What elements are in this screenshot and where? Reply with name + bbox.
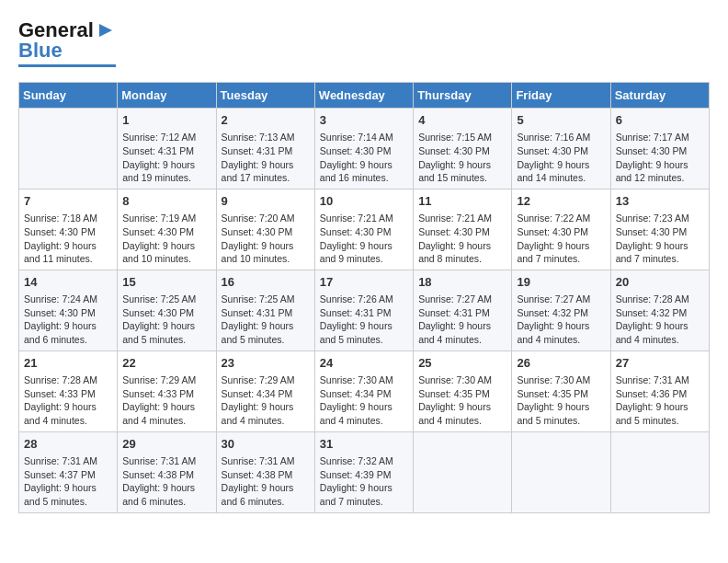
daylight-label: Daylight: 9 hours and 12 minutes.: [616, 159, 688, 184]
sunrise-label: Sunrise: 7:31 AM: [24, 455, 97, 466]
calendar-cell: 21Sunrise: 7:28 AMSunset: 4:33 PMDayligh…: [19, 350, 118, 431]
cell-info: Sunrise: 7:24 AMSunset: 4:30 PMDaylight:…: [24, 293, 112, 347]
sunset-label: Sunset: 4:34 PM: [320, 388, 392, 399]
date-number: 6: [616, 112, 704, 129]
cell-info: Sunrise: 7:30 AMSunset: 4:35 PMDaylight:…: [418, 373, 506, 428]
calendar-cell: 11Sunrise: 7:21 AMSunset: 4:30 PMDayligh…: [414, 189, 512, 270]
daylight-label: Daylight: 9 hours and 14 minutes.: [517, 159, 589, 184]
daylight-label: Daylight: 9 hours and 8 minutes.: [418, 240, 491, 265]
calendar-cell: 24Sunrise: 7:30 AMSunset: 4:34 PMDayligh…: [314, 350, 413, 431]
sunset-label: Sunset: 4:31 PM: [222, 307, 293, 318]
daylight-label: Daylight: 9 hours and 19 minutes.: [122, 159, 195, 184]
cell-info: Sunrise: 7:27 AMSunset: 4:32 PMDaylight:…: [517, 293, 605, 347]
calendar-cell: 12Sunrise: 7:22 AMSunset: 4:30 PMDayligh…: [512, 189, 610, 270]
cell-info: Sunrise: 7:21 AMSunset: 4:30 PMDaylight:…: [320, 212, 408, 266]
page-header: General Blue: [18, 18, 710, 67]
svg-marker-0: [99, 24, 112, 37]
cell-info: Sunrise: 7:16 AMSunset: 4:30 PMDaylight:…: [517, 131, 605, 185]
sunrise-label: Sunrise: 7:12 AM: [122, 132, 196, 143]
cell-info: Sunrise: 7:13 AMSunset: 4:31 PMDaylight:…: [222, 131, 310, 185]
daylight-label: Daylight: 9 hours and 6 minutes.: [24, 320, 97, 345]
calendar-table: SundayMondayTuesdayWednesdayThursdayFrid…: [18, 82, 710, 513]
cell-info: Sunrise: 7:12 AMSunset: 4:31 PMDaylight:…: [122, 131, 210, 185]
calendar-cell: 15Sunrise: 7:25 AMSunset: 4:30 PMDayligh…: [118, 270, 216, 350]
sunrise-label: Sunrise: 7:28 AM: [24, 374, 97, 385]
date-number: 29: [122, 436, 210, 453]
date-number: 3: [320, 112, 408, 129]
day-header-sunday: Sunday: [19, 83, 118, 109]
sunset-label: Sunset: 4:30 PM: [122, 307, 194, 318]
sunset-label: Sunset: 4:34 PM: [222, 388, 293, 399]
cell-info: Sunrise: 7:31 AMSunset: 4:38 PMDaylight:…: [222, 454, 310, 509]
date-number: 30: [222, 436, 310, 453]
cell-info: Sunrise: 7:28 AMSunset: 4:33 PMDaylight:…: [24, 373, 112, 428]
date-number: 20: [616, 274, 704, 291]
daylight-label: Daylight: 9 hours and 4 minutes.: [24, 401, 97, 426]
calendar-cell: 13Sunrise: 7:23 AMSunset: 4:30 PMDayligh…: [610, 189, 709, 270]
calendar-cell: 14Sunrise: 7:24 AMSunset: 4:30 PMDayligh…: [19, 270, 118, 350]
date-number: 12: [517, 193, 605, 210]
sunrise-label: Sunrise: 7:23 AM: [616, 213, 689, 224]
sunset-label: Sunset: 4:33 PM: [24, 388, 96, 399]
sunset-label: Sunset: 4:30 PM: [122, 226, 194, 237]
calendar-cell: 2Sunrise: 7:13 AMSunset: 4:31 PMDaylight…: [216, 109, 314, 190]
sunset-label: Sunset: 4:31 PM: [122, 145, 194, 156]
sunrise-label: Sunrise: 7:15 AM: [418, 132, 492, 143]
sunset-label: Sunset: 4:31 PM: [222, 145, 293, 156]
sunset-label: Sunset: 4:38 PM: [122, 469, 194, 480]
sunrise-label: Sunrise: 7:14 AM: [320, 132, 393, 143]
daylight-label: Daylight: 9 hours and 7 minutes.: [616, 240, 688, 265]
sunrise-label: Sunrise: 7:31 AM: [222, 455, 295, 466]
calendar-cell: 6Sunrise: 7:17 AMSunset: 4:30 PMDaylight…: [610, 109, 709, 190]
daylight-label: Daylight: 9 hours and 6 minutes.: [222, 482, 294, 507]
date-number: 10: [320, 193, 408, 210]
daylight-label: Daylight: 9 hours and 5 minutes.: [517, 401, 589, 426]
calendar-cell: [414, 431, 512, 512]
sunset-label: Sunset: 4:30 PM: [616, 145, 688, 156]
daylight-label: Daylight: 9 hours and 16 minutes.: [320, 159, 392, 184]
sunset-label: Sunset: 4:30 PM: [517, 145, 588, 156]
sunset-label: Sunset: 4:37 PM: [24, 469, 96, 480]
daylight-label: Daylight: 9 hours and 5 minutes.: [616, 401, 688, 426]
daylight-label: Daylight: 9 hours and 4 minutes.: [517, 320, 589, 345]
sunset-label: Sunset: 4:35 PM: [418, 388, 490, 399]
date-number: 5: [517, 112, 605, 129]
calendar-cell: 19Sunrise: 7:27 AMSunset: 4:32 PMDayligh…: [512, 270, 610, 350]
date-number: 28: [24, 436, 112, 453]
sunrise-label: Sunrise: 7:19 AM: [122, 213, 196, 224]
date-number: 25: [418, 355, 506, 372]
sunset-label: Sunset: 4:32 PM: [616, 307, 688, 318]
calendar-cell: 5Sunrise: 7:16 AMSunset: 4:30 PMDaylight…: [512, 109, 610, 190]
date-number: 15: [122, 274, 210, 291]
sunset-label: Sunset: 4:35 PM: [517, 388, 588, 399]
cell-info: Sunrise: 7:14 AMSunset: 4:30 PMDaylight:…: [320, 131, 408, 185]
day-header-thursday: Thursday: [414, 83, 512, 109]
sunrise-label: Sunrise: 7:21 AM: [418, 213, 492, 224]
sunset-label: Sunset: 4:32 PM: [517, 307, 588, 318]
sunset-label: Sunset: 4:30 PM: [517, 226, 588, 237]
cell-info: Sunrise: 7:25 AMSunset: 4:30 PMDaylight:…: [122, 293, 210, 347]
date-number: 7: [24, 193, 112, 210]
calendar-cell: 10Sunrise: 7:21 AMSunset: 4:30 PMDayligh…: [314, 189, 413, 270]
day-header-wednesday: Wednesday: [314, 83, 413, 109]
calendar-cell: [512, 431, 610, 512]
calendar-cell: 26Sunrise: 7:30 AMSunset: 4:35 PMDayligh…: [512, 350, 610, 431]
sunset-label: Sunset: 4:30 PM: [418, 226, 490, 237]
daylight-label: Daylight: 9 hours and 5 minutes.: [24, 482, 97, 507]
sunrise-label: Sunrise: 7:21 AM: [320, 213, 393, 224]
calendar-week-row: 21Sunrise: 7:28 AMSunset: 4:33 PMDayligh…: [19, 350, 710, 431]
cell-info: Sunrise: 7:22 AMSunset: 4:30 PMDaylight:…: [517, 212, 605, 266]
sunrise-label: Sunrise: 7:17 AM: [616, 132, 689, 143]
date-number: 2: [222, 112, 310, 129]
cell-info: Sunrise: 7:30 AMSunset: 4:34 PMDaylight:…: [320, 373, 408, 428]
calendar-cell: 8Sunrise: 7:19 AMSunset: 4:30 PMDaylight…: [118, 189, 216, 270]
sunset-label: Sunset: 4:39 PM: [320, 469, 392, 480]
sunrise-label: Sunrise: 7:25 AM: [122, 293, 196, 304]
calendar-cell: 31Sunrise: 7:32 AMSunset: 4:39 PMDayligh…: [314, 431, 413, 512]
calendar-cell: 4Sunrise: 7:15 AMSunset: 4:30 PMDaylight…: [414, 109, 512, 190]
day-header-tuesday: Tuesday: [216, 83, 314, 109]
day-header-saturday: Saturday: [610, 83, 709, 109]
daylight-label: Daylight: 9 hours and 11 minutes.: [24, 240, 97, 265]
sunrise-label: Sunrise: 7:32 AM: [320, 455, 393, 466]
date-number: 19: [517, 274, 605, 291]
